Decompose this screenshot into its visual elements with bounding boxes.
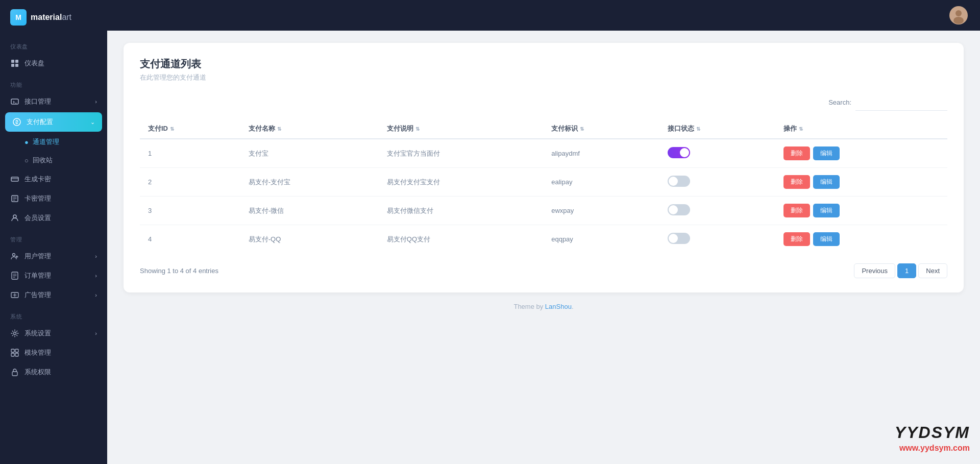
- search-label: Search:: [828, 94, 851, 111]
- svg-rect-4: [11, 99, 18, 104]
- footer-link[interactable]: LanShou: [545, 303, 572, 310]
- sidebar-item-system-perms[interactable]: 系统权限: [0, 362, 107, 382]
- toggle-switch-0[interactable]: [668, 147, 690, 158]
- sidebar-item-dashboard[interactable]: 仪表盘: [0, 54, 107, 73]
- sort-icon-tag: ⇅: [580, 126, 584, 132]
- payment-table: 支付ID⇅ 支付名称⇅ 支付说明⇅ 支付标识⇅ 接口状态⇅: [140, 119, 947, 253]
- delete-button-2[interactable]: 删除: [783, 204, 810, 217]
- svg-rect-15: [11, 353, 14, 356]
- member-settings-icon: [10, 213, 19, 223]
- sidebar-item-interface-mgmt-label: 接口管理: [24, 97, 51, 106]
- sidebar: M materialart 仪表盘 仪表盘 功能 接口管理 › 支付配置 ⌄ ●…: [0, 0, 107, 464]
- watermark-top: YYDSYM: [895, 422, 970, 444]
- svg-rect-14: [15, 349, 18, 352]
- sidebar-item-user-mgmt[interactable]: 用户管理 ›: [0, 247, 107, 266]
- delete-button-3[interactable]: 删除: [783, 232, 810, 246]
- cell-status-1: [659, 168, 776, 197]
- cell-desc-2: 易支付微信支付: [379, 197, 543, 225]
- system-settings-icon: [10, 329, 19, 338]
- svg-point-8: [13, 215, 16, 218]
- cell-status-2: [659, 197, 776, 225]
- chevron-right3-icon: ›: [95, 273, 97, 279]
- delete-button-1[interactable]: 删除: [783, 175, 810, 189]
- dot-icon: ●: [24, 138, 29, 146]
- payment-config-icon: [12, 117, 21, 127]
- table-row: 1支付宝支付宝官方当面付alipaydmf删除编辑: [140, 139, 947, 168]
- table-row: 4易支付-QQ易支付QQ支付eqqpay删除编辑: [140, 225, 947, 254]
- sidebar-item-system-settings[interactable]: 系统设置 ›: [0, 324, 107, 343]
- dot2-icon: ○: [24, 157, 29, 164]
- sidebar-item-generate-card-label: 生成卡密: [24, 175, 51, 184]
- col-header-desc: 支付说明⇅: [379, 119, 543, 139]
- cell-action-2: 删除编辑: [775, 197, 947, 225]
- cell-id-3: 4: [140, 225, 240, 254]
- edit-button-0[interactable]: 编辑: [813, 146, 840, 160]
- page-1-button[interactable]: 1: [897, 263, 916, 278]
- content-area: 支付通道列表 在此管理您的支付通道 Search: 支付ID⇅ 支付名称⇅: [107, 31, 980, 464]
- svg-rect-1: [15, 60, 18, 63]
- sidebar-item-interface-mgmt[interactable]: 接口管理 ›: [0, 92, 107, 111]
- showing-text: Showing 1 to 4 of 4 entries: [140, 267, 218, 275]
- delete-button-0[interactable]: 删除: [783, 146, 810, 160]
- sidebar-item-member-settings-label: 会员设置: [24, 213, 51, 223]
- previous-button[interactable]: Previous: [854, 263, 895, 278]
- svg-rect-17: [12, 372, 17, 376]
- sidebar-subitem-recycle-bin[interactable]: ○ 回收站: [0, 151, 107, 169]
- watermark: YYDSYM www.yydsym.com: [895, 422, 970, 454]
- cell-tag-3: eqqpay: [543, 225, 659, 254]
- svg-rect-6: [11, 177, 18, 181]
- svg-point-12: [14, 332, 16, 335]
- sort-icon-name: ⇅: [277, 126, 281, 132]
- sort-icon-action: ⇅: [799, 126, 803, 132]
- edit-button-1[interactable]: 编辑: [813, 175, 840, 189]
- svg-rect-0: [11, 60, 14, 63]
- svg-point-20: [953, 17, 964, 24]
- cell-id-1: 2: [140, 168, 240, 197]
- ad-mgmt-icon: [10, 290, 19, 300]
- generate-card-icon: [10, 175, 19, 184]
- sidebar-item-member-settings[interactable]: 会员设置: [0, 208, 107, 228]
- user-avatar[interactable]: [949, 6, 968, 25]
- cell-name-3: 易支付-QQ: [240, 225, 379, 254]
- watermark-bottom: www.yydsym.com: [895, 443, 970, 454]
- toggle-switch-2[interactable]: [668, 204, 690, 215]
- sidebar-item-ad-mgmt[interactable]: 广告管理 ›: [0, 285, 107, 305]
- sort-icon-desc: ⇅: [415, 126, 420, 132]
- chevron-right2-icon: ›: [95, 253, 97, 259]
- cell-desc-1: 易支付支付宝支付: [379, 168, 543, 197]
- sidebar-subitem-channel-mgmt-label: 通道管理: [33, 137, 59, 146]
- logo[interactable]: M materialart: [0, 0, 107, 35]
- toggle-switch-3[interactable]: [668, 233, 690, 244]
- cell-desc-3: 易支付QQ支付: [379, 225, 543, 254]
- sidebar-item-order-mgmt[interactable]: 订单管理 ›: [0, 266, 107, 285]
- sidebar-item-module-mgmt[interactable]: 模块管理: [0, 343, 107, 362]
- sidebar-subitem-channel-mgmt[interactable]: ● 通道管理: [0, 133, 107, 151]
- table-row: 3易支付-微信易支付微信支付ewxpay删除编辑: [140, 197, 947, 225]
- edit-button-2[interactable]: 编辑: [813, 204, 840, 217]
- col-header-action: 操作⇅: [775, 119, 947, 139]
- svg-rect-2: [11, 64, 14, 67]
- main-content: 支付通道列表 在此管理您的支付通道 Search: 支付ID⇅ 支付名称⇅: [107, 0, 980, 464]
- search-row: Search:: [140, 94, 947, 111]
- sidebar-item-order-mgmt-label: 订单管理: [24, 271, 51, 280]
- topbar: [107, 0, 980, 31]
- toggle-switch-1[interactable]: [668, 176, 690, 187]
- col-header-status: 接口状态⇅: [659, 119, 776, 139]
- sidebar-item-generate-card[interactable]: 生成卡密: [0, 169, 107, 189]
- next-button[interactable]: Next: [918, 263, 947, 278]
- cell-id-0: 1: [140, 139, 240, 168]
- search-input[interactable]: [855, 94, 947, 111]
- sidebar-item-card-mgmt-label: 卡密管理: [24, 194, 51, 203]
- section-title-admin: 管理: [0, 228, 107, 247]
- sidebar-item-card-mgmt[interactable]: 卡密管理: [0, 189, 107, 208]
- cell-status-3: [659, 225, 776, 254]
- svg-point-19: [955, 10, 962, 16]
- cell-desc-0: 支付宝官方当面付: [379, 139, 543, 168]
- toggle-slider-1: [668, 176, 690, 187]
- edit-button-3[interactable]: 编辑: [813, 232, 840, 246]
- table-header-row: 支付ID⇅ 支付名称⇅ 支付说明⇅ 支付标识⇅ 接口状态⇅: [140, 119, 947, 139]
- cell-action-1: 删除编辑: [775, 168, 947, 197]
- page-card: 支付通道列表 在此管理您的支付通道 Search: 支付ID⇅ 支付名称⇅: [124, 43, 964, 292]
- sidebar-item-payment-config[interactable]: 支付配置 ⌄: [5, 112, 102, 132]
- cell-tag-0: alipaydmf: [543, 139, 659, 168]
